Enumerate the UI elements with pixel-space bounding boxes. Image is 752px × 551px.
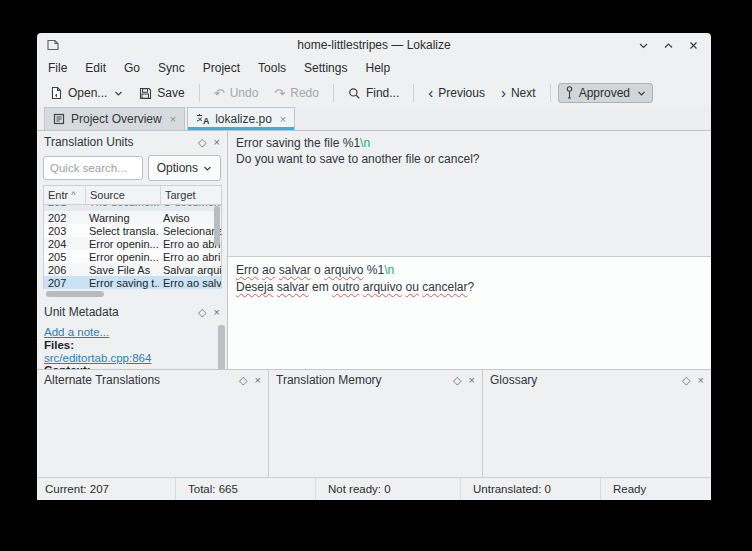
- options-label: Options: [157, 161, 198, 175]
- table-row[interactable]: 206Save File AsSalvar arquiv...: [44, 263, 221, 276]
- table-cell: 203: [44, 225, 85, 237]
- source-editor[interactable]: Error saving the file %1\nDo you want to…: [228, 131, 711, 257]
- float-panel-icon[interactable]: ◇: [682, 375, 690, 386]
- svg-text:A: A: [203, 116, 209, 125]
- tabbar: Project Overview × A lokalize.po ×: [37, 107, 711, 131]
- menu-file[interactable]: File: [39, 59, 76, 77]
- scrollbar-thumb[interactable]: [218, 325, 225, 369]
- status-total: Total: 665: [176, 478, 316, 500]
- previous-label: Previous: [438, 86, 485, 100]
- column-target[interactable]: Target: [161, 186, 222, 204]
- menu-help[interactable]: Help: [356, 59, 399, 77]
- table-cell: Salvar arquiv...: [159, 264, 222, 276]
- find-button[interactable]: Find...: [341, 83, 406, 103]
- table-row[interactable]: 205Error openin...Erro ao abrir ...: [44, 250, 221, 263]
- table-cell: Save File As: [85, 264, 159, 276]
- file-link[interactable]: src/editortab.cpp:864: [44, 352, 151, 365]
- column-entry[interactable]: Entr ^: [44, 186, 86, 204]
- text-token: Do you want to save to another file or c…: [236, 152, 479, 166]
- metadata-scrollbar[interactable]: [218, 325, 225, 369]
- save-button[interactable]: Save: [132, 83, 191, 103]
- toolbar: Open... Save ↶ Undo ↷ Redo Find... ‹ Pre…: [37, 79, 711, 107]
- table-row[interactable]: 204Error openin...Erro ao abrir ...: [44, 237, 221, 250]
- bottom-docks: Alternate Translations ◇ × Translation M…: [37, 369, 711, 477]
- panel-content: [269, 390, 482, 477]
- menu-sync[interactable]: Sync: [149, 59, 194, 77]
- tab-lokalize-po[interactable]: A lokalize.po ×: [187, 107, 295, 130]
- tab-close-icon[interactable]: ×: [280, 113, 286, 125]
- translation-units-header: Translation Units ◇ ×: [37, 131, 227, 153]
- glossary-panel: Glossary ◇ ×: [483, 370, 711, 477]
- text-token: Deseja: [236, 280, 273, 294]
- unit-metadata-body: Add a note... Files: src/editortab.cpp:8…: [37, 323, 227, 369]
- maximize-icon[interactable]: [663, 40, 674, 51]
- column-source[interactable]: Source: [86, 186, 161, 204]
- table-cell: 202: [44, 212, 85, 224]
- menu-go[interactable]: Go: [115, 59, 149, 77]
- float-panel-icon[interactable]: ◇: [453, 375, 461, 386]
- float-panel-icon[interactable]: ◇: [198, 307, 206, 318]
- minimize-icon[interactable]: [638, 40, 649, 51]
- close-panel-icon[interactable]: ×: [214, 307, 220, 318]
- tab-close-icon[interactable]: ×: [170, 113, 176, 125]
- text-token: arquivo: [324, 263, 363, 277]
- approved-label: Approved: [579, 86, 630, 100]
- menu-tools[interactable]: Tools: [249, 59, 295, 77]
- table-row[interactable]: 207Error saving t...Erro ao salvar...: [44, 276, 221, 289]
- table-cell: Error openin...: [85, 238, 159, 250]
- next-label: Next: [511, 86, 536, 100]
- project-overview-icon: [53, 113, 65, 125]
- tab-project-overview[interactable]: Project Overview ×: [44, 107, 185, 130]
- panel-content: [37, 390, 268, 477]
- close-panel-icon[interactable]: ×: [214, 137, 220, 148]
- toolbar-separator: [550, 84, 551, 102]
- context-label: Context:: [44, 364, 219, 369]
- redo-button[interactable]: ↷ Redo: [267, 83, 326, 104]
- next-button[interactable]: › Next: [494, 83, 543, 103]
- undo-button[interactable]: ↶ Undo: [207, 83, 266, 104]
- text-token: outro: [332, 280, 359, 294]
- table-cell: Selecionar ar...: [159, 225, 222, 237]
- close-panel-icon[interactable]: ×: [469, 375, 475, 386]
- approved-button[interactable]: Approved: [558, 83, 653, 103]
- add-note-link[interactable]: Add a note...: [44, 326, 109, 339]
- text-token: ao: [262, 263, 275, 277]
- titlebar: home-littlestripes — Lokalize: [37, 33, 711, 57]
- float-panel-icon[interactable]: ◇: [198, 137, 206, 148]
- window-controls: [638, 40, 699, 51]
- table-row[interactable]: 203Select transla...Selecionar ar...: [44, 224, 221, 237]
- table-row[interactable]: 202WarningAviso: [44, 211, 221, 224]
- open-button[interactable]: Open...: [43, 83, 130, 103]
- chevron-down-icon[interactable]: [114, 89, 123, 98]
- table-cell: 206: [44, 264, 85, 276]
- scrollbar-thumb[interactable]: [46, 291, 104, 297]
- table-cell: Error saving t...: [85, 277, 159, 289]
- chevron-right-icon: ›: [501, 88, 506, 98]
- translation-units-table: Entr ^ Source Target N 201The docume...O…: [43, 185, 222, 289]
- menu-project[interactable]: Project: [194, 59, 249, 77]
- chevron-down-icon[interactable]: [637, 89, 646, 98]
- panel-title: Glossary: [490, 373, 675, 387]
- options-button[interactable]: Options: [148, 155, 221, 181]
- table-cell: Erro ao abrir ...: [159, 251, 222, 263]
- close-panel-icon[interactable]: ×: [255, 375, 261, 386]
- table-cell: 207: [44, 277, 85, 289]
- editor-line: Error saving the file %1\n: [236, 135, 703, 151]
- panel-title: Unit Metadata: [44, 305, 191, 319]
- menu-edit[interactable]: Edit: [76, 59, 115, 77]
- close-panel-icon[interactable]: ×: [698, 375, 704, 386]
- newline-escape: \n: [384, 263, 394, 277]
- horizontal-scrollbar[interactable]: [43, 290, 222, 297]
- target-editor[interactable]: Erro ao salvar o arquivo %1\nDeseja salv…: [228, 257, 711, 369]
- main-area: Translation Units ◇ × Options Entr ^ Sou…: [37, 131, 711, 369]
- previous-button[interactable]: ‹ Previous: [421, 83, 492, 103]
- float-panel-icon[interactable]: ◇: [239, 375, 247, 386]
- vertical-scrollbar[interactable]: [214, 206, 220, 246]
- close-icon[interactable]: [688, 40, 699, 51]
- table-cell: Aviso: [159, 212, 222, 224]
- menu-settings[interactable]: Settings: [295, 59, 356, 77]
- panel-title: Translation Units: [44, 135, 191, 149]
- quick-search-input[interactable]: [43, 156, 143, 180]
- table-cell: Erro ao salvar...: [159, 277, 222, 289]
- text-token: ?: [468, 280, 475, 294]
